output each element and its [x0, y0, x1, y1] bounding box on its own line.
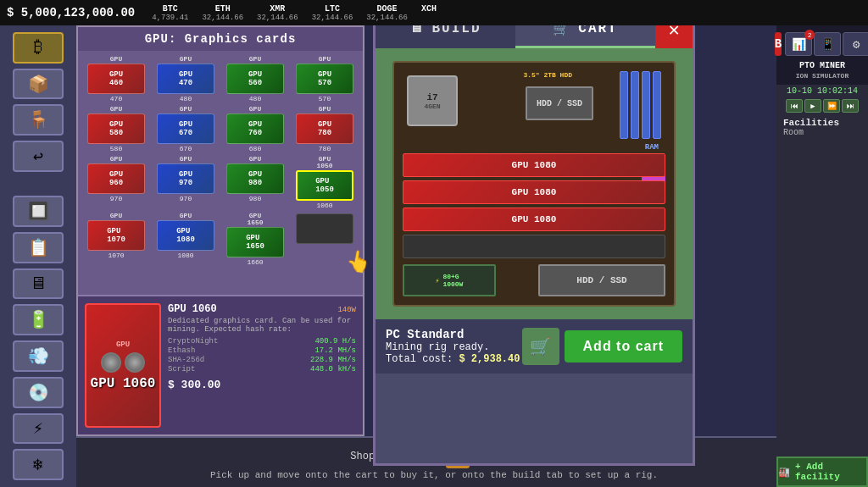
sidebar-btn-battery[interactable]: 🔋: [13, 304, 64, 335]
facilities-label: Facilities: [783, 118, 861, 128]
list-item[interactable]: GPU GPU460 470: [83, 56, 149, 102]
fast-fwd-btn[interactable]: ⏩: [823, 99, 840, 113]
time-display: 10-10 10:02:14: [776, 85, 868, 97]
stat-row-cryptonight: CryptoNight 400.9 H/s: [168, 337, 356, 346]
gpu-desc: Dedicated graphics card. Can be used for…: [168, 317, 356, 334]
add-facility-icon: 🏭: [778, 467, 790, 478]
cart-info-row: PC Standard Mining rig ready. Total cost…: [386, 328, 682, 365]
cart-status: Mining rig ready.: [386, 341, 520, 353]
shop-title: GPU: Graphics cards: [78, 27, 363, 51]
gear-icon[interactable]: ⚙: [843, 32, 868, 56]
list-item[interactable]: GPU GPU560 480: [222, 56, 288, 102]
gpu-slot-2: GPU 1080: [403, 180, 665, 204]
psu-label: 80+G1000W: [442, 273, 463, 288]
hdd-top-label: 3.5" 2TB HDD: [523, 71, 572, 79]
top-bar: $ 5,000,123,000.00 BTC 4,739.41 ETH 32,1…: [0, 0, 868, 25]
ram-label: RAM: [645, 143, 659, 152]
phone-icon[interactable]: 📱: [814, 32, 841, 56]
list-item[interactable]: GPU GPU470 480: [153, 56, 219, 102]
right-top: B 📊2 📱 ⚙ PTO MINERION SIMULATOR: [776, 25, 868, 85]
gpu-fan-left: [101, 352, 121, 373]
right-sidebar: B 📊2 📱 ⚙ PTO MINERION SIMULATOR 10-10 10…: [776, 25, 868, 487]
sidebar-btn-fan[interactable]: 💨: [13, 340, 64, 372]
room-label: Room: [783, 128, 861, 137]
ram-slots: [620, 71, 661, 139]
sidebar-btn-back[interactable]: ↩: [13, 141, 64, 172]
psu-area: ⚡ 80+G1000W: [403, 264, 496, 296]
list-item[interactable]: GPU GPU970 970: [153, 156, 219, 209]
list-item[interactable]: GPU GPU960 970: [83, 156, 149, 209]
logo-text: PTO MINERION SIMULATOR: [780, 61, 865, 81]
cart-total: Total cost: $ 2,938.40: [386, 353, 520, 365]
sidebar-btn-chip[interactable]: 🖥: [13, 268, 64, 300]
motherboard: i7 4GEN DDR3 RAM 3.5" 2TB HDD HDD / SSD …: [392, 61, 676, 307]
list-item[interactable]: GPU GPU570 570: [292, 56, 358, 102]
crypto-ticker: BTC 4,739.41 ETH 32,144.66 XMR 32,144.66…: [152, 4, 437, 22]
sidebar-btn-disk[interactable]: 💿: [13, 377, 64, 408]
gpu-selected-card: GPU GPU 1060: [85, 303, 161, 428]
crypto-xmr: XMR 32,144.66: [257, 4, 298, 22]
ram-slot-4: [653, 71, 661, 139]
crypto-btc: BTC 4,739.41: [152, 4, 188, 22]
cart-type: PC Standard: [386, 328, 520, 341]
cart-bottom: PC Standard Mining rig ready. Total cost…: [376, 319, 693, 374]
list-item[interactable]: GPU GPU1070 1070: [83, 213, 149, 266]
list-item[interactable]: GPU GPU670 670: [153, 106, 219, 152]
ram-slot-2: [631, 71, 639, 139]
gpu-slot-3: GPU 1080: [403, 208, 665, 231]
sidebar-btn-cpu[interactable]: 🔲: [13, 196, 64, 227]
crypto-ltc: LTC 32,144.66: [312, 4, 353, 22]
cart-icon-button[interactable]: 🛒: [522, 328, 559, 365]
skip-fwd-btn[interactable]: ⏭: [842, 99, 859, 113]
sidebar-btn-bitcoin[interactable]: ₿: [13, 32, 64, 64]
add-cart-area: 🛒 Add to cart: [522, 328, 682, 365]
gpu-fan-right: [125, 352, 145, 373]
skip-back-btn[interactable]: ⏮: [786, 99, 803, 113]
gpu-details-name: GPU 1060: [168, 303, 217, 315]
add-facility-label: + Add facility: [795, 462, 866, 482]
logo-b-icon: B: [775, 32, 782, 56]
cart-info-text: PC Standard Mining rig ready. Total cost…: [386, 328, 520, 365]
shop-label: Shop: [350, 451, 375, 462]
add-facility-button[interactable]: 🏭 + Add facility: [776, 457, 868, 487]
stat-row-ethash: Ethash 17.2 MH/s: [168, 346, 356, 355]
sidebar-btn-power[interactable]: ⚡: [13, 413, 64, 445]
list-item[interactable]: GPU GPU780 780: [292, 106, 358, 152]
facilities-section: Facilities Room: [776, 114, 868, 141]
stat-row-sha256d: SHA-256d 228.9 MH/s: [168, 356, 356, 364]
list-item[interactable]: GPU GPU1080 1080: [153, 213, 219, 266]
gpu-details: GPU 1060 140W Dedicated graphics card. C…: [168, 303, 356, 428]
cpu-area: i7 4GEN: [407, 75, 475, 152]
hdd-top-slot: HDD / SSD: [526, 86, 593, 120]
gpu-price: $ 300.00: [168, 379, 356, 391]
crypto-xch: XCH: [421, 4, 437, 22]
crypto-eth: ETH 32,144.66: [202, 4, 243, 22]
list-item[interactable]: GPU GPU580 580: [83, 106, 149, 152]
chart-icon[interactable]: 📊2: [785, 32, 812, 56]
list-item[interactable]: GPU GPU760 680: [222, 106, 288, 152]
sidebar-btn-chair[interactable]: 🪑: [13, 104, 64, 136]
gpu-slot-4: [403, 235, 665, 258]
gpu-watt: 140W: [337, 306, 356, 314]
gpu-grid: GPU GPU460 470 GPU GPU470 480 GPU GPU560…: [78, 51, 363, 271]
list-item[interactable]: GPU1650 GPU1650 1660: [222, 213, 288, 266]
crypto-doge: DOGE 32,144.66: [366, 4, 408, 22]
playback-controls: ⏮ ▶ ⏩ ⏭: [776, 97, 868, 114]
gpu-slots: GPU 1080 GPU 1080 GPU 1080: [403, 153, 665, 258]
hdd-bottom-slot: HDD / SSD: [538, 264, 665, 296]
list-item[interactable]: GPU1050 GPU1050 1060: [292, 156, 358, 209]
build-panel: 🖥 BUILD 🛒 CART ✕ i7 4GEN DDR3: [373, 8, 695, 466]
ram-slot-1: [620, 71, 628, 139]
sidebar-btn-cool[interactable]: ❄: [13, 449, 64, 480]
lightning-icon: ⚡: [436, 277, 440, 285]
add-to-cart-label: Add to cart: [583, 339, 664, 354]
add-to-cart-button[interactable]: Add to cart: [565, 330, 682, 362]
left-sidebar: ₿ 📦 🪑 ↩ 🔲 📋 🖥 🔋 💨 💿 ⚡ ❄: [0, 25, 76, 487]
sidebar-btn-box[interactable]: 📦: [13, 69, 64, 100]
gpu-info-panel: GPU GPU 1060 GPU 1060 140W Dedicated gra…: [78, 295, 363, 434]
list-item[interactable]: GPU GPU980 980: [222, 156, 288, 209]
gpu-slot-1: GPU 1080: [403, 153, 665, 177]
play-btn[interactable]: ▶: [804, 99, 821, 113]
logo-subtitle: ION SIMULATOR: [796, 72, 849, 80]
sidebar-btn-list[interactable]: 📋: [13, 232, 64, 263]
